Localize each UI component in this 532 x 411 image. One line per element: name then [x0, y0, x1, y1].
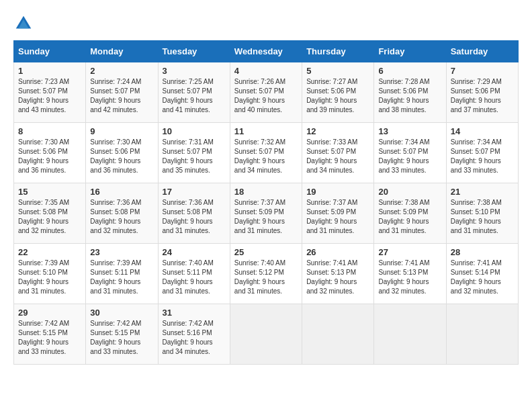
day-info: Sunrise: 7:30 AMSunset: 5:06 PMDaylight:…: [90, 138, 141, 174]
day-cell: 7Sunrise: 7:29 AMSunset: 5:06 PMDaylight…: [446, 62, 518, 123]
day-cell: 21Sunrise: 7:38 AMSunset: 5:10 PMDayligh…: [446, 183, 518, 244]
day-cell: 25Sunrise: 7:40 AMSunset: 5:12 PMDayligh…: [230, 244, 302, 304]
day-cell: 2Sunrise: 7:24 AMSunset: 5:07 PMDaylight…: [86, 62, 158, 123]
page-header: [13, 13, 519, 34]
day-cell: 12Sunrise: 7:33 AMSunset: 5:07 PMDayligh…: [302, 123, 374, 183]
day-cell: 23Sunrise: 7:39 AMSunset: 5:11 PMDayligh…: [86, 244, 158, 304]
day-number: 18: [234, 187, 298, 197]
day-number: 31: [163, 308, 226, 318]
day-number: 6: [378, 66, 441, 76]
day-info: Sunrise: 7:42 AMSunset: 5:15 PMDaylight:…: [90, 320, 141, 355]
day-info: Sunrise: 7:27 AMSunset: 5:06 PMDaylight:…: [306, 78, 357, 113]
day-cell: [374, 304, 446, 365]
day-info: Sunrise: 7:33 AMSunset: 5:07 PMDaylight:…: [306, 138, 357, 174]
day-cell: 4Sunrise: 7:26 AMSunset: 5:07 PMDaylight…: [230, 62, 302, 123]
day-info: Sunrise: 7:29 AMSunset: 5:06 PMDaylight:…: [451, 78, 502, 113]
day-cell: [302, 304, 374, 365]
week-row-5: 29Sunrise: 7:42 AMSunset: 5:15 PMDayligh…: [14, 304, 519, 365]
day-info: Sunrise: 7:40 AMSunset: 5:12 PMDaylight:…: [234, 259, 285, 295]
day-cell: 22Sunrise: 7:39 AMSunset: 5:10 PMDayligh…: [14, 244, 86, 304]
day-info: Sunrise: 7:42 AMSunset: 5:16 PMDaylight:…: [163, 320, 214, 355]
day-info: Sunrise: 7:41 AMSunset: 5:14 PMDaylight:…: [451, 259, 502, 295]
day-cell: 14Sunrise: 7:34 AMSunset: 5:07 PMDayligh…: [446, 123, 518, 183]
day-number: 21: [451, 187, 514, 197]
week-row-4: 22Sunrise: 7:39 AMSunset: 5:10 PMDayligh…: [14, 244, 519, 304]
day-cell: 18Sunrise: 7:37 AMSunset: 5:09 PMDayligh…: [230, 183, 302, 244]
day-number: 27: [378, 247, 441, 257]
day-number: 23: [90, 247, 153, 257]
day-cell: 11Sunrise: 7:32 AMSunset: 5:07 PMDayligh…: [230, 123, 302, 183]
day-cell: 29Sunrise: 7:42 AMSunset: 5:15 PMDayligh…: [14, 304, 86, 365]
day-number: 14: [451, 126, 514, 136]
day-cell: 30Sunrise: 7:42 AMSunset: 5:15 PMDayligh…: [86, 304, 158, 365]
day-number: 5: [306, 66, 369, 76]
day-cell: [230, 304, 302, 365]
logo-icon: [13, 13, 34, 34]
day-number: 29: [18, 308, 81, 318]
day-number: 22: [18, 247, 81, 257]
day-number: 26: [306, 247, 369, 257]
day-info: Sunrise: 7:30 AMSunset: 5:06 PMDaylight:…: [18, 138, 69, 174]
day-cell: 6Sunrise: 7:28 AMSunset: 5:06 PMDaylight…: [374, 62, 446, 123]
day-number: 13: [378, 126, 441, 136]
day-info: Sunrise: 7:26 AMSunset: 5:07 PMDaylight:…: [234, 78, 285, 113]
day-number: 8: [18, 126, 81, 136]
day-header-friday: Friday: [374, 41, 446, 62]
day-cell: 16Sunrise: 7:36 AMSunset: 5:08 PMDayligh…: [86, 183, 158, 244]
day-number: 12: [306, 126, 369, 136]
day-number: 30: [90, 308, 153, 318]
day-info: Sunrise: 7:38 AMSunset: 5:09 PMDaylight:…: [378, 199, 429, 234]
day-cell: 1Sunrise: 7:23 AMSunset: 5:07 PMDaylight…: [14, 62, 86, 123]
day-number: 16: [90, 187, 153, 197]
day-info: Sunrise: 7:25 AMSunset: 5:07 PMDaylight:…: [163, 78, 214, 113]
day-number: 11: [234, 126, 298, 136]
day-info: Sunrise: 7:37 AMSunset: 5:09 PMDaylight:…: [306, 199, 357, 234]
day-number: 3: [163, 66, 226, 76]
day-header-wednesday: Wednesday: [230, 41, 302, 62]
day-cell: 10Sunrise: 7:31 AMSunset: 5:07 PMDayligh…: [158, 123, 230, 183]
day-number: 20: [378, 187, 441, 197]
day-info: Sunrise: 7:41 AMSunset: 5:13 PMDaylight:…: [378, 259, 429, 295]
day-cell: 20Sunrise: 7:38 AMSunset: 5:09 PMDayligh…: [374, 183, 446, 244]
logo: [13, 13, 35, 34]
day-info: Sunrise: 7:23 AMSunset: 5:07 PMDaylight:…: [18, 78, 69, 113]
day-cell: 3Sunrise: 7:25 AMSunset: 5:07 PMDaylight…: [158, 62, 230, 123]
calendar-table: SundayMondayTuesdayWednesdayThursdayFrid…: [13, 40, 519, 365]
day-info: Sunrise: 7:24 AMSunset: 5:07 PMDaylight:…: [90, 78, 141, 113]
day-info: Sunrise: 7:34 AMSunset: 5:07 PMDaylight:…: [451, 138, 502, 174]
day-cell: 27Sunrise: 7:41 AMSunset: 5:13 PMDayligh…: [374, 244, 446, 304]
day-info: Sunrise: 7:41 AMSunset: 5:13 PMDaylight:…: [306, 259, 357, 295]
day-number: 25: [234, 247, 298, 257]
day-number: 7: [451, 66, 514, 76]
day-cell: 19Sunrise: 7:37 AMSunset: 5:09 PMDayligh…: [302, 183, 374, 244]
day-number: 4: [234, 66, 298, 76]
day-header-tuesday: Tuesday: [158, 41, 230, 62]
day-header-saturday: Saturday: [446, 41, 518, 62]
day-info: Sunrise: 7:32 AMSunset: 5:07 PMDaylight:…: [234, 138, 285, 174]
day-number: 19: [306, 187, 369, 197]
day-info: Sunrise: 7:34 AMSunset: 5:07 PMDaylight:…: [378, 138, 429, 174]
day-cell: 26Sunrise: 7:41 AMSunset: 5:13 PMDayligh…: [302, 244, 374, 304]
day-number: 17: [163, 187, 226, 197]
day-info: Sunrise: 7:39 AMSunset: 5:10 PMDaylight:…: [18, 259, 69, 295]
week-row-1: 1Sunrise: 7:23 AMSunset: 5:07 PMDaylight…: [14, 62, 519, 123]
day-cell: 8Sunrise: 7:30 AMSunset: 5:06 PMDaylight…: [14, 123, 86, 183]
day-number: 24: [163, 247, 226, 257]
day-header-sunday: Sunday: [14, 41, 86, 62]
day-info: Sunrise: 7:37 AMSunset: 5:09 PMDaylight:…: [234, 199, 285, 234]
day-info: Sunrise: 7:36 AMSunset: 5:08 PMDaylight:…: [90, 199, 141, 234]
day-info: Sunrise: 7:42 AMSunset: 5:15 PMDaylight:…: [18, 320, 69, 355]
day-header-thursday: Thursday: [302, 41, 374, 62]
day-info: Sunrise: 7:35 AMSunset: 5:08 PMDaylight:…: [18, 199, 69, 234]
header-row: SundayMondayTuesdayWednesdayThursdayFrid…: [14, 41, 519, 62]
day-cell: 24Sunrise: 7:40 AMSunset: 5:11 PMDayligh…: [158, 244, 230, 304]
day-header-monday: Monday: [86, 41, 158, 62]
day-number: 1: [18, 66, 81, 76]
week-row-3: 15Sunrise: 7:35 AMSunset: 5:08 PMDayligh…: [14, 183, 519, 244]
day-number: 2: [90, 66, 153, 76]
day-info: Sunrise: 7:36 AMSunset: 5:08 PMDaylight:…: [163, 199, 214, 234]
day-cell: 9Sunrise: 7:30 AMSunset: 5:06 PMDaylight…: [86, 123, 158, 183]
day-number: 28: [451, 247, 514, 257]
day-number: 15: [18, 187, 81, 197]
day-info: Sunrise: 7:40 AMSunset: 5:11 PMDaylight:…: [163, 259, 214, 295]
